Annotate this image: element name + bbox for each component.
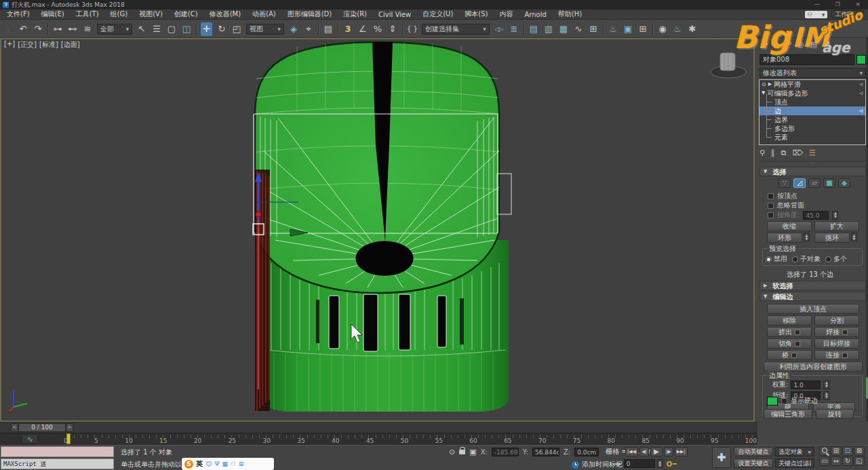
menu-item[interactable]: 组(G): [109, 9, 130, 19]
checkbox-icon[interactable]: [781, 398, 787, 404]
selection-lock-icon[interactable]: [459, 450, 465, 454]
select-by-name-button[interactable]: ☰: [151, 22, 162, 36]
go-to-start-button[interactable]: |◀◀: [625, 447, 638, 456]
panel-divider[interactable]: ⋯: [760, 161, 866, 165]
border-subobject-icon[interactable]: ▱: [808, 178, 821, 188]
go-to-end-button[interactable]: ▶▶|: [675, 447, 688, 456]
menu-item[interactable]: Civil View: [377, 11, 412, 18]
expand-icon[interactable]: ▶: [768, 80, 772, 89]
collapse-icon[interactable]: ▼: [762, 89, 765, 98]
viewport-menu-edged[interactable]: [边面]: [61, 40, 80, 50]
select-and-link-button[interactable]: ⊶: [52, 22, 63, 36]
viewport-menu-pov[interactable]: [正交]: [18, 40, 37, 50]
isolate-selection-icon[interactable]: ⊙: [449, 448, 455, 456]
viewcube-gizmo[interactable]: [711, 53, 746, 78]
object-color-swatch[interactable]: [856, 55, 866, 64]
next-frame-button[interactable]: >: [66, 423, 73, 432]
time-slider-handle[interactable]: 0 / 100: [18, 423, 66, 432]
vertex-subobject-icon[interactable]: ∵: [778, 178, 791, 188]
edit-named-sets-button[interactable]: { }: [407, 22, 418, 36]
snap-toggle-3d-button[interactable]: 3: [342, 22, 353, 36]
panel-tab-icon[interactable]: ⚒: [823, 40, 830, 49]
spinner-down-icon[interactable]: ▼: [833, 215, 837, 218]
ime-toolbar[interactable]: S 英 ☺ Ψ ▦ ⚇ ⊞: [182, 458, 274, 470]
loop-spinner[interactable]: ▲▼: [851, 233, 857, 241]
pan-icon[interactable]: ⇔: [831, 456, 842, 466]
edit-triangulation-button[interactable]: 编辑三角形: [764, 409, 812, 419]
set-key-button[interactable]: 设置关键点: [734, 458, 773, 468]
stack-subobject-edge[interactable]: 边 ⊲: [760, 106, 865, 115]
render-setup-button[interactable]: ♨: [608, 22, 618, 36]
settings-box-icon[interactable]: [795, 330, 800, 335]
settings-box-icon[interactable]: [842, 353, 848, 358]
z-coord-field[interactable]: 0.0cm: [574, 448, 599, 456]
weight-field[interactable]: 1.0: [791, 380, 821, 389]
insert-vertex-button[interactable]: 插入顶点: [767, 304, 859, 314]
sogou-logo-icon[interactable]: S: [184, 460, 193, 469]
zoom-all-icon[interactable]: ⊞: [831, 446, 842, 456]
schematic-view-button[interactable]: ⊞: [588, 22, 599, 36]
previous-key-button[interactable]: ◀|: [639, 447, 649, 456]
radio-subobj[interactable]: [792, 256, 798, 262]
macro-recorder-field[interactable]: [1, 446, 114, 457]
select-and-manipulate-button[interactable]: ⌖: [303, 22, 314, 36]
spinner-down-icon[interactable]: ▼: [804, 237, 809, 241]
panel-tab-icon[interactable]: ✚: [762, 40, 768, 49]
percent-snap-button[interactable]: %: [372, 22, 383, 36]
unlink-selection-button[interactable]: ⊷: [67, 22, 78, 36]
time-slider[interactable]: < 0 / 100 >: [0, 422, 757, 433]
current-frame-field[interactable]: 0: [624, 459, 655, 468]
settings-box-icon[interactable]: [842, 330, 848, 335]
stack-subobject-border[interactable]: 边界: [760, 115, 865, 124]
weld-button[interactable]: 焊接: [814, 327, 859, 337]
hard-edge-color-swatch[interactable]: [767, 397, 778, 406]
maximize-viewport-icon[interactable]: ◱: [854, 456, 865, 466]
panel-tab-icon[interactable]: ☍: [784, 40, 791, 49]
loop-button[interactable]: 循环: [814, 233, 850, 243]
pin-stack-icon[interactable]: ⚲: [760, 149, 765, 157]
menu-item[interactable]: 渲染(R): [342, 9, 368, 19]
person-icon[interactable]: ⚇: [231, 461, 236, 467]
rollout-edit-edges-header[interactable]: ▼编辑边: [760, 292, 866, 301]
key-step-icon[interactable]: ◀▶: [614, 461, 622, 467]
by-angle-field[interactable]: 45.0: [803, 211, 829, 220]
ring-spinner[interactable]: ▲▼: [804, 233, 810, 241]
shrink-button[interactable]: 收缩: [767, 221, 812, 231]
magic-wand-button[interactable]: ✱: [687, 22, 698, 36]
x-coord-field[interactable]: -185.697cm: [492, 448, 519, 456]
maxscript-mini-listener[interactable]: MAXScript 迷: [1, 458, 114, 469]
angle-snap-button[interactable]: ∠: [357, 22, 368, 36]
zoom-extents-icon[interactable]: ⊡: [842, 446, 853, 456]
time-slider-marker[interactable]: [66, 433, 71, 444]
radio-multi[interactable]: [825, 256, 831, 262]
previous-frame-button[interactable]: <: [11, 423, 18, 432]
align-button[interactable]: ≣: [509, 22, 519, 36]
menu-item[interactable]: 图形编辑器(D): [286, 9, 334, 19]
stack-subobject-vertex[interactable]: 顶点: [760, 98, 865, 106]
checkbox-icon[interactable]: [768, 193, 774, 199]
settings-box-icon[interactable]: [791, 353, 797, 358]
turn-button[interactable]: 旋转: [816, 409, 854, 419]
ime-language-toggle[interactable]: 英: [196, 459, 203, 469]
show-end-result-icon[interactable]: ∥: [771, 149, 775, 157]
set-keys-button[interactable]: ✚: [712, 447, 731, 468]
field-of-view-icon[interactable]: ▭: [819, 456, 830, 466]
ribbon-toggle-button[interactable]: ▦: [558, 22, 569, 36]
toolbar-handle[interactable]: ⋮: [3, 22, 14, 36]
absolute-offset-mode-icon[interactable]: ▣: [469, 448, 476, 456]
select-and-rotate-button[interactable]: ↻: [216, 22, 227, 36]
polygon-subobject-icon[interactable]: ■: [823, 178, 835, 188]
ring-button[interactable]: 环形: [767, 233, 802, 243]
checkbox-icon[interactable]: [768, 203, 774, 209]
emoji-icon[interactable]: ☺: [205, 461, 212, 467]
account-search-box[interactable]: ⚇ ▼: [805, 11, 828, 18]
next-key-button[interactable]: |▶: [664, 447, 673, 456]
rendered-frame-window-button[interactable]: ▣: [623, 22, 633, 36]
minimize-button[interactable]: —: [807, 0, 827, 9]
menu-item[interactable]: 编辑(E): [40, 9, 66, 19]
select-object-button[interactable]: ↖: [136, 22, 147, 36]
visibility-eye-icon[interactable]: ⊙: [762, 80, 766, 89]
menu-item[interactable]: 创建(C): [173, 9, 199, 19]
mirror-button[interactable]: ◁▷: [494, 22, 505, 36]
edge-subobject-icon[interactable]: ◿: [793, 178, 806, 188]
